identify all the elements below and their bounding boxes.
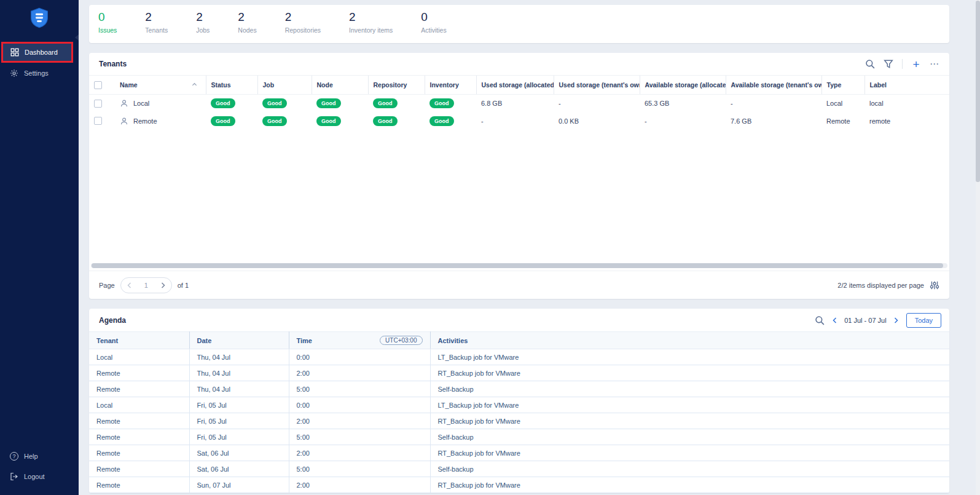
- agenda-row[interactable]: Remote Thu, 04 Jul 5:00 Self-backup: [89, 381, 949, 397]
- tenant-name[interactable]: Remote: [133, 117, 157, 125]
- stat-value: 2: [285, 10, 321, 24]
- tenant-user-icon: [120, 99, 128, 108]
- agenda-row[interactable]: Remote Sat, 06 Jul 2:00 RT_Backup job fo…: [89, 445, 949, 461]
- stat-issues[interactable]: 0 Issues: [98, 10, 117, 34]
- agenda-row[interactable]: Local Fri, 05 Jul 0:00 LT_Backup job for…: [89, 397, 949, 413]
- agenda-row[interactable]: Remote Fri, 05 Jul 5:00 Self-backup: [89, 429, 949, 445]
- sidebar-item-logout[interactable]: Logout: [0, 466, 79, 486]
- dashboard-grid-icon: [10, 48, 19, 57]
- col-activities: Activities: [430, 332, 949, 349]
- agenda-tenant-cell: Remote: [89, 429, 189, 445]
- col-date: Date: [189, 332, 289, 349]
- col-label[interactable]: Label: [864, 76, 949, 94]
- col-type[interactable]: Type: [821, 76, 864, 94]
- status-badge: Good: [211, 116, 235, 126]
- col-job[interactable]: Job: [257, 76, 312, 94]
- agenda-row[interactable]: Remote Thu, 04 Jul 2:00 RT_Backup job fo…: [89, 365, 949, 381]
- agenda-activity-cell: RT_Backup job for VMware: [430, 477, 949, 493]
- available_own-cell: -: [726, 94, 821, 112]
- agenda-row[interactable]: Local Thu, 04 Jul 0:00 LT_Backup job for…: [89, 349, 949, 365]
- stat-repositories[interactable]: 2 Repositories: [285, 10, 321, 34]
- status-badge: Good: [211, 98, 235, 108]
- search-icon[interactable]: [815, 315, 825, 325]
- gear-icon: [10, 69, 18, 77]
- stat-label: Tenants: [145, 26, 168, 34]
- agenda-row[interactable]: Remote Sat, 06 Jul 5:00 Self-backup: [89, 461, 949, 477]
- search-icon[interactable]: [865, 59, 875, 69]
- agenda-date-cell: Thu, 04 Jul: [189, 365, 289, 381]
- chevron-right-icon[interactable]: [159, 282, 167, 289]
- sidebar-item-help[interactable]: ? Help: [0, 446, 79, 466]
- status-badge: Good: [262, 98, 287, 108]
- tenants-card-header: Tenants + ⋯: [89, 53, 949, 76]
- tenant-row[interactable]: LocalGoodGoodGoodGoodGood6.8 GB-65.3 GB-…: [89, 94, 949, 112]
- col-name[interactable]: Name: [115, 76, 206, 94]
- agenda-activity-cell: Self-backup: [430, 381, 949, 397]
- col-used-storage-allocated[interactable]: Used storage (allocated): [476, 76, 554, 94]
- agenda-tenant-cell: Remote: [89, 461, 189, 477]
- agenda-time-cell: 5:00: [289, 461, 430, 477]
- agenda-tenant-cell: Local: [89, 349, 189, 365]
- checkbox-cell: [89, 94, 115, 112]
- col-available-storage-allocated[interactable]: Available storage (allocated): [640, 76, 726, 94]
- horizontal-scrollbar-thumb[interactable]: [92, 263, 943, 268]
- row-checkbox[interactable]: [94, 100, 102, 108]
- repository-cell: Good: [368, 94, 425, 112]
- sidebar-item-dashboard[interactable]: Dashboard: [1, 42, 73, 63]
- status-cell: Good: [206, 94, 257, 112]
- agenda-date-cell: Thu, 04 Jul: [189, 381, 289, 397]
- job-cell: Good: [257, 94, 312, 112]
- agenda-time-cell: 2:00: [289, 413, 430, 429]
- used_own-cell: -: [554, 94, 640, 112]
- vertical-scrollbar-thumb[interactable]: [976, 1, 980, 182]
- agenda-date-cell: Fri, 05 Jul: [189, 429, 289, 445]
- horizontal-scrollbar: [91, 263, 947, 268]
- stat-inventory-items[interactable]: 2 Inventory items: [349, 10, 393, 34]
- today-button[interactable]: Today: [906, 313, 941, 328]
- agenda-row[interactable]: Remote Fri, 05 Jul 2:00 RT_Backup job fo…: [89, 413, 949, 429]
- more-actions-icon[interactable]: ⋯: [930, 59, 939, 69]
- stat-nodes[interactable]: 2 Nodes: [238, 10, 256, 34]
- date-range-picker: 01 Jul - 07 Jul: [831, 317, 899, 324]
- col-status[interactable]: Status: [206, 76, 257, 94]
- stat-tenants[interactable]: 2 Tenants: [145, 10, 168, 34]
- select-all-checkbox[interactable]: [94, 81, 102, 89]
- col-inventory[interactable]: Inventory: [425, 76, 476, 94]
- stat-label: Issues: [98, 26, 117, 34]
- col-available-storage-tenant-s-own[interactable]: Available storage (tenant's own): [726, 76, 821, 94]
- agenda-row[interactable]: Remote Sun, 07 Jul 2:00 RT_Backup job fo…: [89, 477, 949, 493]
- next-week-chevron-icon[interactable]: [892, 317, 900, 324]
- per-page-group: 2/2 items displayed per page: [837, 280, 939, 290]
- stat-activities[interactable]: 0 Activities: [421, 10, 446, 34]
- tenants-empty-area: [89, 130, 949, 262]
- prev-week-chevron-icon[interactable]: [831, 317, 839, 324]
- agenda-tenant-cell: Remote: [89, 445, 189, 461]
- toolbar-divider: [902, 59, 903, 69]
- page-of-label: of 1: [178, 282, 189, 289]
- sidebar-item-settings[interactable]: Settings: [0, 63, 79, 83]
- col-repository[interactable]: Repository: [368, 76, 425, 94]
- sidebar-footer: ? Help Logout: [0, 446, 79, 495]
- type-cell: Remote: [821, 112, 864, 130]
- col-node[interactable]: Node: [312, 76, 368, 94]
- stat-jobs[interactable]: 2 Jobs: [196, 10, 210, 34]
- page-control: 1: [120, 277, 172, 293]
- stat-value: 0: [98, 10, 117, 24]
- chevron-left-icon[interactable]: [126, 282, 133, 289]
- main-content: 0 Issues 2 Tenants 2 Jobs 2 Nodes 2 Repo…: [79, 0, 980, 495]
- add-tenant-button[interactable]: +: [911, 59, 921, 69]
- page-number-input[interactable]: 1: [133, 282, 159, 289]
- row-checkbox[interactable]: [94, 117, 102, 125]
- tenant-row[interactable]: RemoteGoodGoodGoodGoodGood-0.0 KB-7.6 GB…: [89, 112, 949, 130]
- select-all-cell: [89, 76, 115, 94]
- tenant-name[interactable]: Local: [133, 100, 149, 107]
- col-used-storage-tenant-s-own[interactable]: Used storage (tenant's own): [554, 76, 640, 94]
- time-label: Time: [297, 337, 312, 344]
- available_allocated-cell: 65.3 GB: [640, 94, 726, 112]
- filter-funnel-icon[interactable]: [884, 59, 893, 69]
- status-badge: Good: [429, 116, 454, 126]
- page-label: Page: [99, 282, 115, 289]
- per-page-settings-icon[interactable]: [930, 280, 939, 290]
- tenants-toolbar: + ⋯: [865, 59, 939, 69]
- sidebar-collapse-handle[interactable]: [75, 34, 79, 41]
